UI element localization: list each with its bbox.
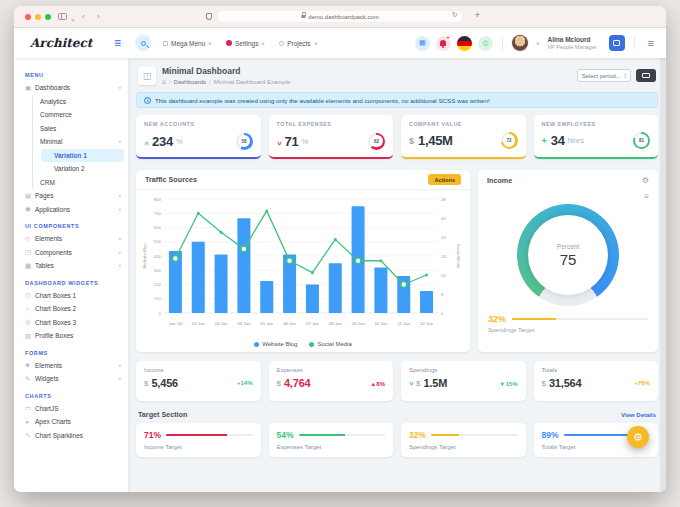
actions-button[interactable]: Actions bbox=[428, 174, 461, 185]
reload-icon[interactable]: ↻ bbox=[452, 11, 458, 19]
calendar-button[interactable] bbox=[609, 35, 625, 51]
app-logo[interactable]: Architect bbox=[30, 36, 114, 50]
svg-text:8: 8 bbox=[441, 292, 444, 297]
notifications-button[interactable] bbox=[436, 36, 451, 51]
target-section-header: Target Section View Details bbox=[136, 410, 658, 419]
sidebar-item-chartjs[interactable]: ▭ChartJS bbox=[14, 402, 128, 416]
legend-item-social-media[interactable]: Social Media bbox=[309, 341, 351, 347]
sidebar-item-profile-boxes[interactable]: ▥Profile Boxes bbox=[14, 329, 128, 343]
sidebar-item-label: Variation 2 bbox=[54, 165, 85, 172]
sidebar-item-components[interactable]: ◳Components> bbox=[14, 246, 128, 260]
income-title: Income bbox=[487, 176, 512, 185]
target-pct: 89% bbox=[542, 430, 559, 440]
kpi-value: 34 bbox=[551, 133, 565, 148]
close-window-icon[interactable] bbox=[25, 14, 31, 20]
sidebar-item-label: Variation 1 bbox=[54, 152, 87, 159]
display-mode-button[interactable] bbox=[636, 69, 656, 82]
chartjs-icon: ▭ bbox=[25, 404, 35, 412]
home-icon[interactable]: ⌂ bbox=[162, 78, 166, 85]
legend-item-website-blog[interactable]: Website Blog bbox=[254, 341, 297, 347]
target-label: Spendings Target bbox=[409, 444, 518, 450]
sidebar-toggle-icon[interactable]: ≡ bbox=[114, 38, 121, 48]
privacy-shield-icon[interactable] bbox=[206, 13, 212, 20]
sidebar-item-chart-boxes-2[interactable]: ◔Chart Boxes 2 bbox=[14, 302, 128, 316]
sidebar-item-chart-sparklines[interactable]: ∿Chart Sparklines bbox=[14, 429, 128, 443]
stat-value: 31,564 bbox=[549, 377, 581, 389]
sidebar-item-label: Apex Charts bbox=[35, 418, 71, 425]
spendings-target-bar bbox=[512, 318, 648, 320]
svg-text:700: 700 bbox=[154, 211, 162, 216]
minimize-window-icon[interactable] bbox=[35, 14, 41, 20]
chevron-down-icon[interactable]: > bbox=[535, 42, 540, 45]
nav-settings[interactable]: Settings > bbox=[226, 40, 264, 47]
chart-menu-icon[interactable]: ≡ bbox=[478, 190, 658, 200]
sidebar-chevron-icon[interactable]: > bbox=[66, 19, 78, 22]
legend-dot-icon bbox=[254, 342, 259, 347]
sidebar-item-widgets[interactable]: ✎Widgets> bbox=[14, 372, 128, 386]
notification-badge bbox=[446, 36, 450, 40]
chevron-icon: > bbox=[117, 237, 122, 240]
target-card-expenses-target: 54%Expenses Target bbox=[269, 423, 394, 457]
svg-text:0: 0 bbox=[441, 311, 444, 316]
view-details-link[interactable]: View Details bbox=[621, 412, 656, 418]
sidebar-item-chart-boxes-1[interactable]: ◷Chart Boxes 1 bbox=[14, 289, 128, 303]
svg-text:06 Jan: 06 Jan bbox=[283, 321, 297, 326]
sidebar-item-tables[interactable]: ▦Tables> bbox=[14, 259, 128, 273]
calendar-icon bbox=[613, 40, 620, 46]
stat-delta: ▾ 15% bbox=[501, 380, 518, 387]
nav-mega-menu[interactable]: Mega Menu > bbox=[163, 40, 211, 47]
sidebar-item-label: Components bbox=[35, 249, 72, 256]
sidebar-item-variation-2[interactable]: Variation 2 bbox=[41, 162, 128, 176]
scrollbar[interactable] bbox=[660, 58, 666, 492]
top-navigation: Mega Menu > Settings > Projects > bbox=[163, 40, 316, 47]
address-bar[interactable]: demo.dashboardpack.com ↻ bbox=[218, 10, 463, 23]
sidebar-item-crm[interactable]: CRM bbox=[33, 176, 128, 190]
sidebar-section-header: DASHBOARD WIDGETS bbox=[25, 280, 128, 286]
back-icon[interactable]: ‹ bbox=[82, 11, 85, 23]
kpi-unit: % bbox=[176, 137, 183, 146]
kpi-value: 1,45M bbox=[418, 133, 453, 148]
svg-text:16: 16 bbox=[441, 273, 446, 278]
sidebar-item-sales[interactable]: Sales bbox=[33, 122, 128, 136]
apps-grid-button[interactable]: ▦ bbox=[415, 36, 430, 51]
svg-text:Jan '00: Jan '00 bbox=[169, 321, 183, 326]
sidebar-item-chart-boxes-3[interactable]: ◎Chart Boxes 3 bbox=[14, 316, 128, 330]
settings-badge-icon bbox=[226, 40, 232, 46]
sidebar-item-apex-charts[interactable]: ◕Apex Charts bbox=[14, 415, 128, 429]
sidebar-item-variation-1[interactable]: Variation 1 bbox=[41, 149, 124, 163]
currency-symbol: $ bbox=[144, 379, 148, 388]
nav-projects[interactable]: Projects > bbox=[279, 40, 316, 47]
alert-text: This dashboard example was created using… bbox=[155, 97, 490, 104]
header-menu-icon[interactable]: ≡ bbox=[648, 37, 654, 49]
url-text: demo.dashboardpack.com bbox=[308, 14, 379, 20]
new-tab-icon[interactable]: + bbox=[475, 10, 480, 20]
sidebar-item-analytics[interactable]: Analytics bbox=[33, 95, 128, 109]
breadcrumb-dashboards[interactable]: Dashboards bbox=[174, 79, 206, 85]
maximize-window-icon[interactable] bbox=[45, 14, 51, 20]
sidebar-item-label: ChartJS bbox=[35, 405, 58, 412]
kpi-label: COMPANY VALUE bbox=[409, 121, 518, 127]
gear-icon[interactable]: ⚙ bbox=[642, 176, 649, 185]
kpi-label: NEW EMPLOYEES bbox=[542, 121, 651, 127]
search-button[interactable] bbox=[135, 35, 151, 51]
sidebar-item-commerce[interactable]: Commerce bbox=[33, 108, 128, 122]
language-flag-button[interactable] bbox=[457, 36, 472, 51]
floating-settings-button[interactable]: ⚙ bbox=[627, 426, 649, 448]
select-period-dropdown[interactable]: Select period... ▴▾ bbox=[577, 69, 631, 82]
user-avatar[interactable] bbox=[512, 35, 528, 51]
stat-label: Expenses bbox=[277, 367, 386, 373]
traffic-lights[interactable] bbox=[25, 14, 51, 20]
sidebar-item-label: Chart Boxes 3 bbox=[35, 319, 76, 326]
sidebar-item-minimal[interactable]: Minimal> bbox=[33, 135, 128, 149]
sidebar-item-pages[interactable]: ▤Pages> bbox=[14, 189, 128, 203]
lock-icon bbox=[301, 15, 305, 19]
mood-button[interactable]: ☺ bbox=[478, 36, 493, 51]
legend-label: Website Blog bbox=[262, 341, 297, 347]
sidebar-item-applications[interactable]: ◉Applications> bbox=[14, 203, 128, 217]
kpi-row: NEW ACCOUNTS>234%58TOTAL EXPENSES>71%62C… bbox=[136, 115, 658, 159]
sidebar-item-elements[interactable]: ◇Elements> bbox=[14, 232, 128, 246]
sidebar-item-elements[interactable]: ◈Elements> bbox=[14, 359, 128, 373]
forward-icon[interactable]: › bbox=[97, 11, 100, 23]
sidebar-item-dashboards[interactable]: ▣Dashboards> bbox=[14, 81, 128, 95]
stat-value: 4,764 bbox=[284, 377, 311, 389]
